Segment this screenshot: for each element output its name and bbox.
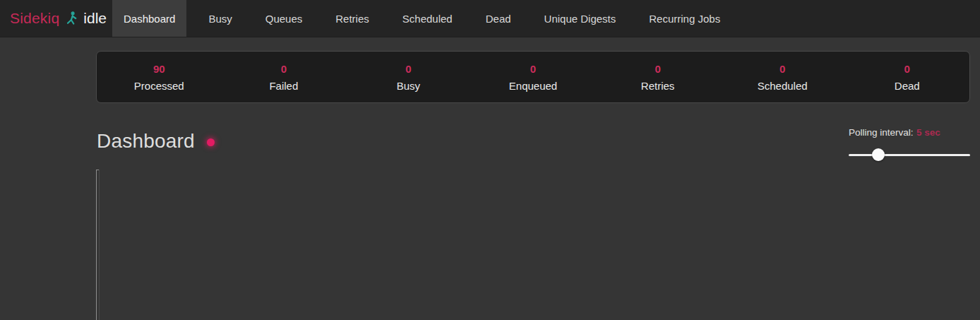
nav-item-unique-digests[interactable]: Unique Digests	[533, 0, 628, 37]
title-wrap: Dashboard	[97, 130, 215, 153]
nav-item-retries[interactable]: Retries	[324, 0, 381, 37]
polling-interval-label: Polling interval:	[849, 127, 914, 138]
chart-y-axis	[96, 170, 97, 320]
stat-failed-label: Failed	[222, 80, 347, 92]
stat-processed-label: Processed	[97, 80, 222, 92]
nav-item-busy[interactable]: Busy	[197, 0, 243, 37]
nav-item-queues[interactable]: Queues	[254, 0, 314, 37]
stat-processed[interactable]: 90 Processed	[97, 63, 222, 92]
nav-item-dead[interactable]: Dead	[474, 0, 522, 37]
top-navbar: Sidekiq idle Dashboard Busy Queues Retri…	[0, 0, 980, 37]
nav-items: Dashboard Busy Queues Retries Scheduled …	[112, 0, 731, 37]
slider-track[interactable]	[849, 154, 970, 156]
stat-failed[interactable]: 0 Failed	[222, 63, 347, 92]
dashboard-header-row: Dashboard Polling interval: 5 sec	[96, 122, 970, 164]
stat-retries[interactable]: 0 Retries	[595, 63, 720, 92]
stat-busy-label: Busy	[346, 80, 471, 92]
live-poll-beacon-icon	[207, 138, 215, 146]
stat-dead[interactable]: 0 Dead	[844, 63, 969, 92]
stat-retries-label: Retries	[595, 80, 720, 92]
stat-busy[interactable]: 0 Busy	[346, 63, 471, 92]
nav-item-scheduled[interactable]: Scheduled	[391, 0, 464, 37]
polling-interval-slider[interactable]	[849, 148, 970, 161]
stat-scheduled[interactable]: 0 Scheduled	[720, 63, 845, 92]
stat-enqueued-value: 0	[471, 63, 596, 75]
sidekiq-logo-icon	[66, 11, 78, 26]
stat-failed-value: 0	[222, 63, 347, 75]
chart-y-gridline	[99, 170, 100, 320]
stat-busy-value: 0	[346, 63, 471, 75]
nav-item-dashboard[interactable]: Dashboard	[112, 0, 186, 37]
realtime-chart	[96, 170, 970, 320]
stats-summary-bar: 90 Processed 0 Failed 0 Busy 0 Enqueued …	[96, 51, 970, 103]
polling-interval-control: Polling interval: 5 sec	[849, 126, 970, 161]
stat-processed-value: 90	[97, 63, 222, 75]
stat-enqueued-label: Enqueued	[471, 80, 596, 92]
page-title: Dashboard	[97, 130, 195, 153]
stat-scheduled-label: Scheduled	[720, 80, 845, 92]
brand[interactable]: Sidekiq idle	[0, 0, 109, 37]
main-container: 90 Processed 0 Failed 0 Busy 0 Enqueued …	[96, 51, 970, 320]
status-text: idle	[83, 10, 107, 27]
stat-retries-value: 0	[595, 63, 720, 75]
stat-dead-label: Dead	[844, 80, 969, 92]
polling-interval-value: 5 sec	[916, 127, 940, 138]
stat-enqueued[interactable]: 0 Enqueued	[471, 63, 596, 92]
slider-thumb[interactable]	[872, 148, 885, 161]
stat-dead-value: 0	[844, 63, 969, 75]
nav-item-recurring-jobs[interactable]: Recurring Jobs	[638, 0, 731, 37]
stat-scheduled-value: 0	[720, 63, 845, 75]
brand-name: Sidekiq	[10, 10, 59, 27]
